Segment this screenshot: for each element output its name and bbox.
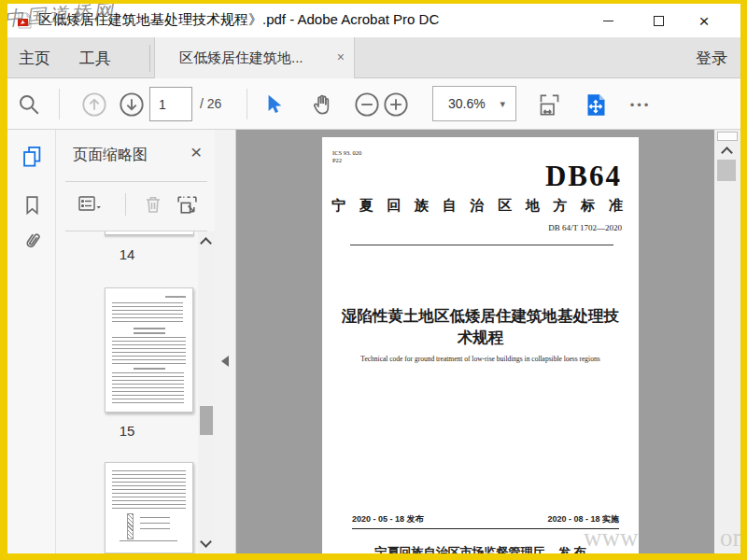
standard-number: DB 64/T 1702—2020	[548, 223, 622, 232]
fit-page-icon[interactable]	[582, 91, 610, 119]
zoom-in-button[interactable]	[382, 91, 410, 119]
diagram-hatch-column	[127, 513, 134, 539]
main-toolbar: / 26 30.6% ▾	[7, 78, 740, 130]
thumbnail-options-icon[interactable]	[77, 191, 103, 217]
thumb-formula-line	[134, 328, 165, 329]
thumb-text-lines	[112, 337, 186, 365]
diagram-base-line	[120, 540, 177, 541]
document-scrollbar-thumb[interactable]	[717, 160, 736, 181]
panel-scrollbar-thumb[interactable]	[200, 406, 213, 435]
ellipsis-glyph: •••	[630, 98, 652, 112]
close-button[interactable]: ×	[688, 4, 720, 37]
tab-bar: 主页 工具 区低矮居住建筑地... × ? 登录	[7, 37, 740, 78]
scroll-down-icon[interactable]	[200, 536, 212, 548]
collapse-panel-icon[interactable]	[221, 356, 229, 367]
scrollbar-top-box[interactable]	[717, 132, 738, 141]
diagram-note-line	[140, 528, 170, 529]
extract-page-icon[interactable]	[174, 191, 200, 217]
chevron-down-icon: ▾	[500, 98, 505, 110]
acrobat-window: 区低矮居住建筑地基处理技术规程》.pdf - Adobe Acrobat Pro…	[7, 4, 740, 553]
maximize-icon	[654, 16, 664, 26]
page-thumbnails-icon[interactable]	[17, 141, 47, 171]
screenshot-frame: 区低矮居住建筑地基处理技术规程》.pdf - Adobe Acrobat Pro…	[0, 0, 747, 560]
attachments-icon[interactable]	[17, 226, 47, 256]
hand-tool-icon[interactable]	[308, 91, 336, 119]
panel-close-icon[interactable]: ×	[190, 141, 202, 163]
standard-name: 宁夏回族自治区地方标准	[331, 197, 623, 215]
previous-page-button[interactable]	[80, 91, 108, 119]
minimize-button[interactable]	[592, 4, 624, 37]
thumb-text-lines	[112, 302, 183, 325]
thumb-text-lines	[112, 372, 184, 404]
delete-page-icon[interactable]	[140, 191, 166, 217]
thumbnail-page-16[interactable]	[105, 462, 193, 553]
tabbar-divider	[149, 45, 150, 72]
page-number-input[interactable]	[149, 87, 192, 121]
implementation-date: 2020 - 08 - 18 实施	[547, 513, 619, 525]
select-tool-icon[interactable]	[260, 91, 288, 119]
publisher-line: 宁夏回族自治区市场监督管理厅 发 布	[322, 544, 639, 553]
thumb-diagram	[112, 513, 186, 543]
maximize-button[interactable]	[642, 4, 674, 37]
diagram-note-line	[140, 523, 170, 524]
panel-toolbar-separator	[125, 193, 126, 216]
more-tools-icon[interactable]: •••	[627, 91, 655, 119]
panel-divider	[65, 181, 207, 182]
titlebar: 区低矮居住建筑地基处理技术规程》.pdf - Adobe Acrobat Pro…	[7, 4, 740, 37]
zoom-level-value: 30.6%	[448, 96, 486, 111]
tab-close-icon[interactable]: ×	[337, 50, 345, 63]
toolbar-separator	[247, 89, 247, 119]
tab-document[interactable]: 区低矮居住建筑地... ×	[154, 37, 355, 79]
ics-code: ICS 93. 020 P22	[332, 149, 361, 164]
navigation-pane-strip	[7, 130, 56, 553]
thumb-formula-line	[134, 368, 165, 370]
zoom-out-button[interactable]	[353, 91, 381, 119]
sign-in-button[interactable]: 登录	[696, 37, 727, 78]
document-subtitle-en: Technical code for ground treatment of l…	[322, 355, 639, 363]
thumbnail-label-15: 15	[56, 423, 198, 439]
fit-width-icon[interactable]	[535, 91, 563, 119]
date-row: 2020 - 05 - 18 发布 2020 - 08 - 18 实施	[352, 513, 619, 529]
toolbar-separator	[59, 89, 60, 119]
page-thumbnails-panel: 页面缩略图 × 14	[56, 130, 215, 553]
panel-scrollbar[interactable]	[198, 231, 215, 553]
thumbnail-label-14: 14	[56, 246, 198, 262]
panel-splitter[interactable]	[215, 130, 236, 553]
document-title: 湿陷性黄土地区低矮居住建筑地基处理技术规程	[335, 305, 626, 348]
scroll-up-icon[interactable]	[721, 147, 733, 159]
pdf-file-icon	[17, 12, 33, 29]
thumbnail-page-14[interactable]	[105, 231, 194, 235]
tab-home[interactable]: 主页	[19, 37, 50, 78]
scroll-up-icon[interactable]	[200, 237, 212, 249]
db64-label: DB64	[545, 160, 622, 193]
tab-document-label: 区低矮居住建筑地...	[179, 49, 303, 67]
issue-date: 2020 - 05 - 18 发布	[352, 513, 424, 525]
bookmarks-icon[interactable]	[17, 189, 47, 219]
thumb-formula-line	[134, 332, 165, 334]
thumb-header-line	[165, 296, 186, 298]
thumbnail-page-15[interactable]	[105, 287, 193, 413]
document-scrollbar[interactable]	[714, 130, 740, 553]
document-canvas[interactable]: ICS 93. 020 P22 DB64 宁夏回族自治区地方标准 DB 64/T…	[236, 130, 714, 553]
pdf-page[interactable]: ICS 93. 020 P22 DB64 宁夏回族自治区地方标准 DB 64/T…	[322, 137, 639, 553]
diagram-note-line	[140, 517, 170, 518]
window-title: 区低矮居住建筑地基处理技术规程》.pdf - Adobe Acrobat Pro…	[38, 11, 439, 29]
page-total-label: / 26	[200, 96, 221, 111]
close-icon: ×	[698, 12, 709, 30]
panel-title: 页面缩略图	[73, 146, 148, 165]
search-icon[interactable]	[15, 91, 43, 119]
tab-tools[interactable]: 工具	[79, 37, 111, 78]
minimize-icon	[603, 21, 613, 21]
zoom-level-dropdown[interactable]: 30.6% ▾	[432, 86, 516, 121]
thumbnail-list: 14 15	[56, 231, 198, 553]
page-rule	[350, 245, 613, 245]
thumb-text-lines	[112, 470, 186, 510]
next-page-button[interactable]	[118, 91, 146, 119]
